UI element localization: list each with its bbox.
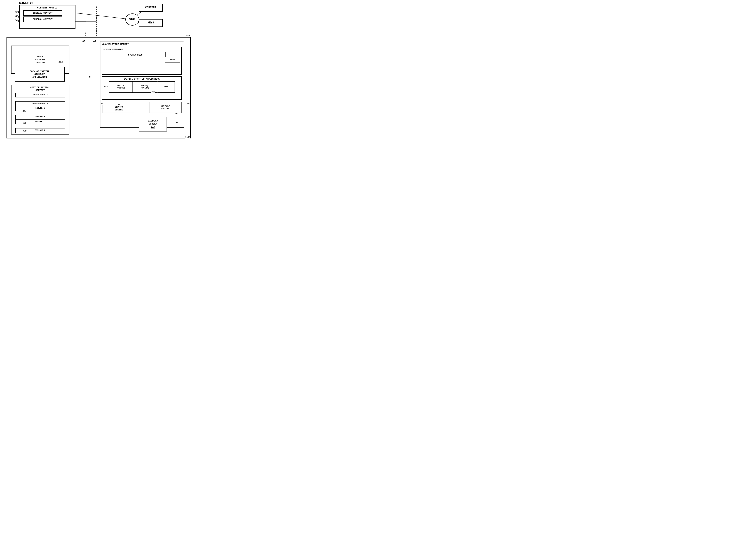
content-module-label: CONTENT MODULE — [21, 6, 74, 9]
label-92-inner: 92 — [118, 103, 120, 106]
dots1: · — [15, 97, 65, 101]
svg-line-6 — [67, 12, 128, 19]
display-screen-label: DISPLAYSCREEN — [148, 119, 158, 126]
display-engine-box: DISPLAYENGINE — [149, 102, 182, 113]
sign-circle: SIGN — [125, 14, 139, 26]
system-firmware-box: SYSTEM FIRMWARE SYSTEM BIOS RAPI — [102, 47, 182, 75]
initial-content-box: INITIAL CONTENT — [23, 10, 62, 16]
label-175: 175 — [185, 34, 190, 37]
label-152: 152 — [59, 61, 63, 63]
label-90: 90 — [176, 121, 178, 124]
label-a2: A2 — [42, 61, 45, 64]
label-a3: A3 — [82, 40, 85, 42]
server-box: CONTENT MODULE INITIAL CONTENT SUBSEQ. C… — [19, 5, 76, 29]
diagram: SERVER SERVER 22 CONTENT MODULE INITIAL … — [0, 0, 195, 144]
display-screen-num: 148 — [151, 126, 155, 129]
label-a4: A4 — [93, 40, 96, 42]
crypto-engine-label: CRYPTOENGINE — [115, 106, 123, 111]
label-60: 60 — [15, 11, 18, 14]
system-firmware-label: SYSTEM FIRMWARE — [103, 48, 180, 51]
initial-startup-app-box: INITIAL START-UP APPLICATION 88a INITIAL… — [102, 76, 182, 100]
nvm-outer-box: NON-VOLATILE MEMORY SYSTEM FIRMWARE SYST… — [100, 41, 184, 127]
driverM-box: DRIVER M — [15, 115, 65, 120]
rapi-box: RAPI — [165, 57, 180, 62]
label-62c: 62c — [23, 130, 26, 132]
copy-initial-content-label: COPY OF INITIALCONTENT — [12, 86, 68, 92]
initial-payload-box: INITIALPAYLOAD — [109, 81, 133, 93]
label-88b: 88b — [151, 91, 155, 93]
label-64: 64 — [15, 19, 18, 22]
keys-inner-box: KEYS — [158, 81, 175, 93]
label-94: 94 — [187, 102, 189, 105]
label-92: 92 — [101, 102, 103, 105]
label-62: 62 — [15, 15, 18, 17]
system-bios-box: SYSTEM BIOS — [105, 52, 166, 58]
subseq-content-box: SUBSEQ. CONTENT — [23, 17, 62, 22]
keys-top-box: KEYS — [139, 19, 163, 27]
app1-box: APPLICATION 1 — [15, 93, 65, 97]
label-a1: A1 — [89, 76, 92, 79]
label-62b: 62b — [23, 122, 26, 124]
nvm-label: NON-VOLATILE MEMORY — [102, 43, 182, 46]
copy-initial-content-outer-box: COPY OF INITIALCONTENT APPLICATION 1 · A… — [11, 85, 69, 135]
copy-initial-startup-box: COPY OF INITIALSTART-UPAPPLICATION — [15, 67, 65, 82]
server-num: 22 — [30, 2, 33, 5]
label-88a-inner: 88a — [104, 86, 107, 88]
dots3: · — [15, 124, 65, 128]
display-screen-box: DISPLAYSCREEN 148 — [139, 117, 167, 132]
crypto-engine-box: 92 CRYPTOENGINE — [103, 102, 135, 113]
initial-startup-app-label: INITIAL START-UP APPLICATION — [103, 78, 180, 80]
server-label-text: SERVER 22 — [19, 2, 33, 5]
content-box: CONTENT — [139, 4, 163, 12]
appN-box: APPLICATION N — [15, 101, 65, 106]
label-100: 100 — [185, 136, 190, 139]
label-62a: 62a — [23, 110, 26, 113]
